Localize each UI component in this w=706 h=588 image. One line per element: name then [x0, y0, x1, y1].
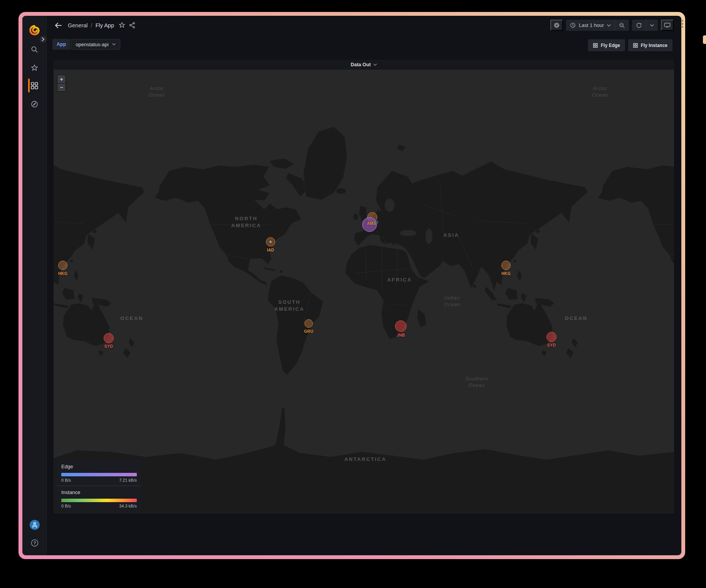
app-window: ? General / Fly App — [18, 12, 685, 559]
active-indicator — [28, 79, 30, 92]
panel-title: Data Out — [351, 62, 371, 67]
avatar-icon — [29, 519, 40, 530]
legend-instance-section: Instance 0 B/s 34.3 kB/s — [57, 486, 141, 511]
sidebar-item-dashboards[interactable] — [22, 77, 47, 94]
legend-instance-title: Instance — [61, 489, 137, 495]
legend-instance-gradient — [61, 499, 137, 502]
fly-instance-link-button[interactable]: Fly Instance — [628, 39, 672, 51]
map-marker-hkg[interactable] — [501, 261, 511, 270]
sidebar-item-starred[interactable] — [22, 59, 47, 76]
monitor-icon — [664, 22, 671, 28]
dashboard-settings-button[interactable] — [550, 20, 563, 31]
breadcrumb: General / Fly App — [68, 22, 114, 28]
legend-edge-min: 0 B/s — [61, 478, 71, 482]
gear-icon — [553, 22, 560, 28]
map-marker[interactable] — [375, 221, 378, 224]
chevron-down-icon — [373, 64, 377, 66]
refresh-controls — [632, 20, 658, 31]
back-button[interactable] — [52, 20, 64, 31]
chevron-down-icon — [650, 24, 654, 27]
time-range-picker[interactable]: Last 1 hour — [566, 20, 615, 31]
search-icon — [31, 46, 38, 53]
legend-edge-title: Edge — [61, 464, 137, 469]
legend-edge-gradient — [61, 473, 137, 476]
time-zoom-out-button[interactable] — [615, 20, 629, 31]
star-icon — [119, 22, 125, 28]
refresh-interval-dropdown[interactable] — [646, 20, 658, 31]
chevron-down-icon — [112, 43, 116, 45]
map-zoom-controls: + − — [57, 75, 66, 92]
map-marker-syd[interactable] — [546, 332, 556, 342]
map-canvas[interactable]: + − Arctic OceanArctic OceanNORTH AMERIC… — [54, 70, 674, 513]
breadcrumb-folder[interactable]: General — [68, 22, 88, 28]
time-controls: Last 1 hour — [566, 20, 629, 31]
variable-label: App — [52, 39, 70, 50]
legend-instance-min: 0 B/s — [61, 504, 71, 508]
top-navbar: General / Fly App — [47, 16, 681, 35]
variable-value: openstatus-api — [76, 42, 108, 47]
dashboards-icon — [31, 82, 38, 89]
share-dashboard-button[interactable] — [129, 22, 136, 28]
border-dot — [682, 23, 683, 25]
map-marker-hkg[interactable] — [58, 261, 67, 270]
map-zoom-in-button[interactable]: + — [57, 75, 66, 83]
border-dot — [682, 26, 683, 28]
background-window-sliver — [703, 35, 706, 44]
dashboard-title: Fly App — [96, 22, 114, 28]
share-icon — [129, 22, 136, 28]
map-zoom-out-button[interactable]: − — [57, 83, 66, 91]
explore-compass-icon — [31, 101, 38, 108]
help-icon: ? — [30, 539, 39, 547]
border-dot — [682, 20, 683, 22]
refresh-icon — [636, 22, 642, 28]
map-marker-jnb[interactable] — [395, 320, 407, 332]
legend-instance-max: 34.3 kB/s — [119, 504, 137, 508]
breadcrumb-separator: / — [91, 22, 92, 28]
clock-icon — [570, 22, 576, 28]
map-marker-ams[interactable] — [362, 217, 377, 232]
legend-edge-section: Edge 0 B/s 7.21 kB/s — [57, 460, 141, 486]
refresh-button[interactable] — [632, 20, 646, 31]
map-legend: Edge 0 B/s 7.21 kB/s Instance 0 B/s 34.3… — [57, 460, 141, 511]
chevron-down-icon — [607, 24, 611, 27]
sidebar-expand-button[interactable] — [39, 35, 47, 44]
map-marker-syd[interactable] — [104, 333, 114, 343]
map-marker-gru[interactable] — [304, 319, 313, 328]
world-map — [54, 70, 674, 513]
fly-instance-label: Fly Instance — [641, 43, 667, 48]
variable-value-dropdown[interactable]: openstatus-api — [71, 39, 120, 50]
sidebar-item-explore[interactable] — [22, 95, 47, 112]
legend-edge-max: 7.21 kB/s — [119, 478, 137, 482]
fly-edge-link-button[interactable]: Fly Edge — [588, 39, 625, 51]
sidebar: ? — [22, 16, 47, 555]
sidebar-item-help[interactable]: ? — [22, 534, 47, 551]
window-content: ? General / Fly App — [22, 16, 681, 555]
time-range-label: Last 1 hour — [579, 22, 604, 28]
sidebar-user-avatar[interactable] — [22, 516, 47, 533]
chevron-right-icon — [42, 37, 45, 41]
arrow-left-icon — [54, 22, 62, 29]
panel-header[interactable]: Data Out — [54, 60, 674, 70]
grid-icon — [633, 43, 638, 48]
star-icon — [31, 64, 38, 72]
map-marker[interactable] — [269, 241, 272, 243]
favorite-dashboard-button[interactable] — [119, 22, 125, 28]
fly-edge-label: Fly Edge — [601, 43, 620, 48]
geomap-panel: Data Out — [54, 60, 674, 513]
variables-row: App openstatus-api Fly Edge — [47, 35, 681, 55]
zoom-out-icon — [619, 22, 625, 28]
grafana-logo-icon — [29, 25, 40, 35]
tv-mode-button[interactable] — [661, 20, 674, 31]
svg-text:?: ? — [33, 541, 36, 545]
grid-icon — [593, 43, 598, 48]
